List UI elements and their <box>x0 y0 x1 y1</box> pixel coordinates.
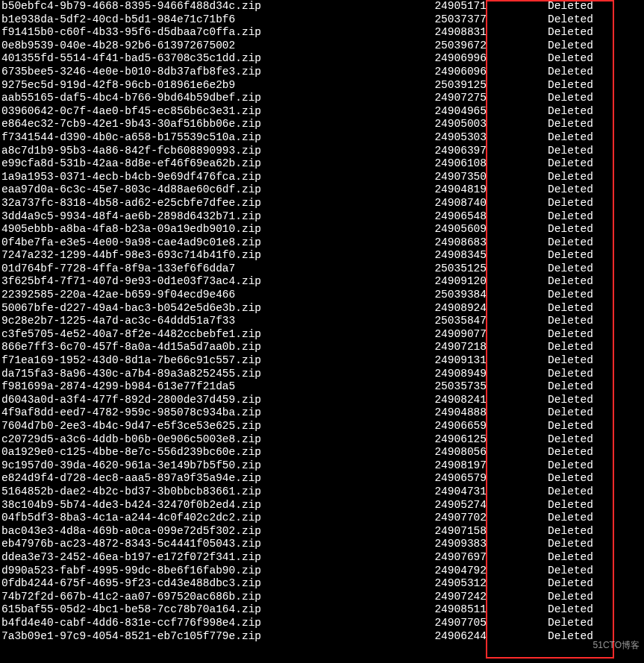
output-row: eaa97d0a-6c3c-45e7-803c-4d88ae60c6df.zip… <box>0 183 644 197</box>
output-row: a8c7d1b9-95b3-4a86-842f-fcb608890993.zip… <box>0 145 644 158</box>
status: Deleted <box>487 157 644 171</box>
filename: aab55165-daf5-4bc4-b766-9bd64b59dbef.zip <box>0 92 390 105</box>
status: Deleted <box>487 551 644 565</box>
output-row: 3dd4a9c5-9934-48f4-ae6b-2898d6432b71.zip… <box>0 210 644 224</box>
filesize: 25039672 <box>390 40 487 53</box>
output-row: 5164852b-dae2-4b2c-bd37-3b0bbcb83661.zip… <box>0 486 644 499</box>
filesize: 24905312 <box>390 577 487 591</box>
status: Deleted <box>487 210 644 224</box>
filename: 04fb5df3-8ba3-4c1a-a244-4c0f402c2dc2.zip <box>0 512 390 525</box>
status: Deleted <box>487 171 644 184</box>
output-row: 9c28e2b7-1225-4a7d-ac3c-64ddd51a7f332503… <box>0 315 644 328</box>
filesize: 24904731 <box>390 486 487 499</box>
output-row: 0f4be7fa-e3e5-4e00-9a98-cae4ad9c01e8.zip… <box>0 236 644 250</box>
output-row: c3fe5705-4e52-40a7-8f2e-4482ccbebfe1.zip… <box>0 328 644 342</box>
filename: 401355fd-5514-4f41-bad5-63708c35c1dd.zip <box>0 52 390 66</box>
status: Deleted <box>487 66 644 79</box>
filesize: 24905609 <box>390 223 487 236</box>
filesize: 24907697 <box>390 551 487 565</box>
status: Deleted <box>487 249 644 263</box>
filename: f7341544-d390-4b0c-a658-b175539c510a.zip <box>0 131 390 145</box>
output-row: 0e8b9539-040e-4b28-92b6-6139726750022503… <box>0 40 644 53</box>
filesize: 24905274 <box>390 499 487 512</box>
output-row: 9275ec5d-919d-42f8-96cb-018961e6e2b92503… <box>0 79 644 92</box>
filesize: 24908683 <box>390 236 487 250</box>
filename: eb47976b-ac23-4872-8343-5c4441f05043.zip <box>0 538 390 551</box>
filename: 9275ec5d-919d-42f8-96cb-018961e6e2b9 <box>0 79 390 92</box>
filesize: 24907705 <box>390 617 487 630</box>
filesize: 25037377 <box>390 13 487 27</box>
filename: 7604d7b0-2ee3-4b4c-9d47-e5f3ce53e625.zip <box>0 420 390 433</box>
status: Deleted <box>487 197 644 210</box>
filename: a8c7d1b9-95b3-4a86-842f-fcb608890993.zip <box>0 145 390 158</box>
filesize: 24906397 <box>390 145 487 158</box>
status: Deleted <box>487 13 644 27</box>
filename: 9c28e2b7-1225-4a7d-ac3c-64ddd51a7f33 <box>0 315 390 328</box>
output-row: 1a9a1953-0371-4ecb-b4cb-9e69df476fca.zip… <box>0 171 644 184</box>
filename: 9c1957d0-39da-4620-961a-3e149b7b5f50.zip <box>0 459 390 473</box>
output-row: 32a737fc-8318-4b58-ad62-e25cbfe7dfee.zip… <box>0 197 644 210</box>
status: Deleted <box>487 328 644 342</box>
filesize: 24904965 <box>390 105 487 119</box>
filename: 74b72f2d-667b-41c2-aa07-697520ac686b.zip <box>0 591 390 604</box>
status: Deleted <box>487 406 644 420</box>
filename: b50ebfc4-9b79-4668-8395-9466f488d34c.zip <box>0 0 390 13</box>
output-row: 03960642-0c7f-4ae0-bf45-ec856b6c3e31.zip… <box>0 105 644 119</box>
output-row: d990a523-fabf-4995-99dc-8be6f16fab90.zip… <box>0 565 644 578</box>
output-row: bac043e3-4d8a-469b-a0ca-099e72d5f302.zip… <box>0 525 644 538</box>
status: Deleted <box>487 92 644 105</box>
output-row: 4f9af8dd-eed7-4782-959c-985078c934ba.zip… <box>0 406 644 420</box>
filename: 0f4be7fa-e3e5-4e00-9a98-cae4ad9c01e8.zip <box>0 236 390 250</box>
status: Deleted <box>487 617 644 630</box>
filename: 1a9a1953-0371-4ecb-b4cb-9e69df476fca.zip <box>0 171 390 184</box>
filename: 5164852b-dae2-4b2c-bd37-3b0bbcb83661.zip <box>0 486 390 499</box>
status: Deleted <box>487 105 644 119</box>
filename: 3dd4a9c5-9934-48f4-ae6b-2898d6432b71.zip <box>0 210 390 224</box>
filesize: 25035125 <box>390 263 487 276</box>
filename: 01d764bf-7728-4ffa-8f9a-133ef6f6dda7 <box>0 263 390 276</box>
status: Deleted <box>487 341 644 354</box>
filesize: 24907350 <box>390 171 487 184</box>
filesize: 24908056 <box>390 446 487 459</box>
filename: 0fdb4244-675f-4695-9f23-cd43e488dbc3.zip <box>0 577 390 591</box>
filesize: 24906096 <box>390 66 487 79</box>
filesize: 24907158 <box>390 525 487 538</box>
output-row: 6735bee5-3246-4e0e-b010-8db37afb8fe3.zip… <box>0 66 644 79</box>
status: Deleted <box>487 459 644 473</box>
filename: e99cfa8d-531b-42aa-8d8e-ef46f69ea62b.zip <box>0 157 390 171</box>
status: Deleted <box>487 52 644 66</box>
filename: 03960642-0c7f-4ae0-bf45-ec856b6c3e31.zip <box>0 105 390 119</box>
output-row: 74b72f2d-667b-41c2-aa07-697520ac686b.zip… <box>0 591 644 604</box>
output-row: 7247a232-1299-44bf-98e3-693c714b41f0.zip… <box>0 249 644 263</box>
output-row: e99cfa8d-531b-42aa-8d8e-ef46f69ea62b.zip… <box>0 157 644 171</box>
output-row: e864ec32-7cb9-42e1-9b43-30af516bb06e.zip… <box>0 118 644 131</box>
output-row: f71ea169-1952-43d0-8d1a-7be66c91c557.zip… <box>0 354 644 368</box>
status: Deleted <box>487 183 644 197</box>
filename: f91415b0-c60f-4b33-95f6-d5dbaa7c0ffa.zip <box>0 26 390 40</box>
filesize: 25035847 <box>390 315 487 328</box>
status: Deleted <box>487 446 644 459</box>
filesize: 24909131 <box>390 354 487 368</box>
status: Deleted <box>487 420 644 433</box>
filesize: 24907218 <box>390 341 487 354</box>
filesize: 24906659 <box>390 420 487 433</box>
filesize: 25039125 <box>390 79 487 92</box>
filename: eaa97d0a-6c3c-45e7-803c-4d88ae60c6df.zip <box>0 183 390 197</box>
filename: e864ec32-7cb9-42e1-9b43-30af516bb06e.zip <box>0 118 390 131</box>
filesize: 24906125 <box>390 433 487 447</box>
output-row: 401355fd-5514-4f41-bad5-63708c35c1dd.zip… <box>0 52 644 66</box>
output-row: c20729d5-a3c6-4ddb-b06b-0e906c5003e8.zip… <box>0 433 644 447</box>
output-row: b50ebfc4-9b79-4668-8395-9466f488d34c.zip… <box>0 0 644 13</box>
filesize: 24909383 <box>390 538 487 551</box>
filename: 32a737fc-8318-4b58-ad62-e25cbfe7dfee.zip <box>0 197 390 210</box>
filename: ddea3e73-2452-46ea-b197-e172f072f341.zip <box>0 551 390 565</box>
filename: 0a1929e0-c125-4bbe-8e7c-556d239bc60e.zip <box>0 446 390 459</box>
status: Deleted <box>487 289 644 302</box>
status: Deleted <box>487 302 644 315</box>
status: Deleted <box>487 40 644 53</box>
filename: 4905ebbb-a8ba-4fa8-b23a-09a19edb9010.zip <box>0 223 390 236</box>
output-row: e824d9f4-d728-4ec8-aaa5-897a9f35a94e.zip… <box>0 472 644 486</box>
filesize: 25039384 <box>390 289 487 302</box>
filesize: 24907275 <box>390 92 487 105</box>
filename: 0e8b9539-040e-4b28-92b6-613972675002 <box>0 40 390 53</box>
